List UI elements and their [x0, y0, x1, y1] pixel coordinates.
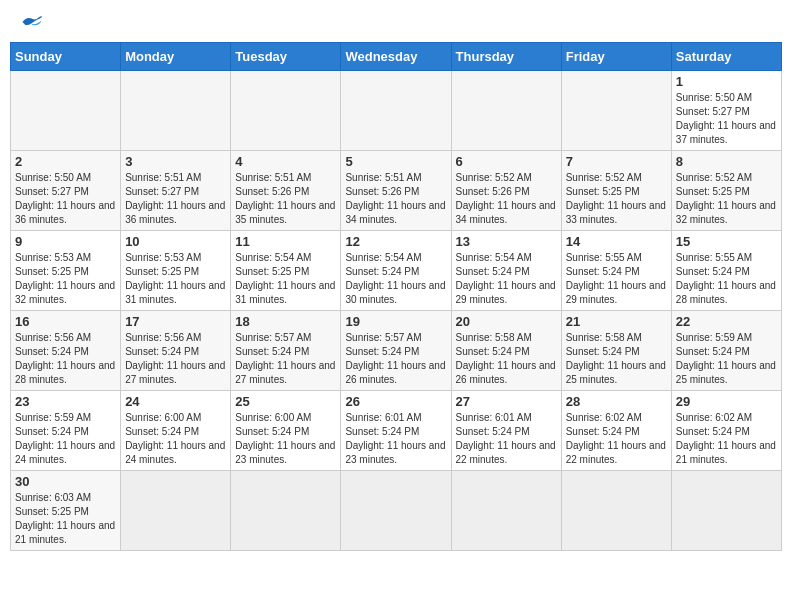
calendar-cell: 21Sunrise: 5:58 AMSunset: 5:24 PMDayligh… [561, 311, 671, 391]
day-number: 22 [676, 314, 777, 329]
day-info: Sunrise: 6:02 AMSunset: 5:24 PMDaylight:… [676, 411, 777, 467]
calendar-cell: 25Sunrise: 6:00 AMSunset: 5:24 PMDayligh… [231, 391, 341, 471]
day-number: 4 [235, 154, 336, 169]
calendar-cell: 8Sunrise: 5:52 AMSunset: 5:25 PMDaylight… [671, 151, 781, 231]
weekday-header-saturday: Saturday [671, 43, 781, 71]
day-info: Sunrise: 6:00 AMSunset: 5:24 PMDaylight:… [235, 411, 336, 467]
day-info: Sunrise: 5:58 AMSunset: 5:24 PMDaylight:… [566, 331, 667, 387]
day-info: Sunrise: 6:03 AMSunset: 5:25 PMDaylight:… [15, 491, 116, 547]
weekday-header-sunday: Sunday [11, 43, 121, 71]
weekday-header-wednesday: Wednesday [341, 43, 451, 71]
day-info: Sunrise: 6:01 AMSunset: 5:24 PMDaylight:… [456, 411, 557, 467]
day-info: Sunrise: 5:54 AMSunset: 5:25 PMDaylight:… [235, 251, 336, 307]
weekday-header-tuesday: Tuesday [231, 43, 341, 71]
day-info: Sunrise: 5:50 AMSunset: 5:27 PMDaylight:… [676, 91, 777, 147]
day-info: Sunrise: 5:54 AMSunset: 5:24 PMDaylight:… [345, 251, 446, 307]
calendar-cell: 30Sunrise: 6:03 AMSunset: 5:25 PMDayligh… [11, 471, 121, 551]
calendar-cell: 28Sunrise: 6:02 AMSunset: 5:24 PMDayligh… [561, 391, 671, 471]
day-number: 16 [15, 314, 116, 329]
calendar-cell: 12Sunrise: 5:54 AMSunset: 5:24 PMDayligh… [341, 231, 451, 311]
day-info: Sunrise: 5:51 AMSunset: 5:27 PMDaylight:… [125, 171, 226, 227]
day-info: Sunrise: 6:00 AMSunset: 5:24 PMDaylight:… [125, 411, 226, 467]
calendar-cell: 23Sunrise: 5:59 AMSunset: 5:24 PMDayligh… [11, 391, 121, 471]
day-number: 2 [15, 154, 116, 169]
day-number: 15 [676, 234, 777, 249]
calendar-week-row: 9Sunrise: 5:53 AMSunset: 5:25 PMDaylight… [11, 231, 782, 311]
weekday-header-friday: Friday [561, 43, 671, 71]
calendar-cell [121, 471, 231, 551]
day-number: 18 [235, 314, 336, 329]
calendar-cell: 1Sunrise: 5:50 AMSunset: 5:27 PMDaylight… [671, 71, 781, 151]
weekday-header-thursday: Thursday [451, 43, 561, 71]
day-info: Sunrise: 5:52 AMSunset: 5:25 PMDaylight:… [676, 171, 777, 227]
calendar-cell: 20Sunrise: 5:58 AMSunset: 5:24 PMDayligh… [451, 311, 561, 391]
weekday-header-monday: Monday [121, 43, 231, 71]
day-info: Sunrise: 5:52 AMSunset: 5:26 PMDaylight:… [456, 171, 557, 227]
day-number: 17 [125, 314, 226, 329]
calendar-cell: 7Sunrise: 5:52 AMSunset: 5:25 PMDaylight… [561, 151, 671, 231]
day-number: 3 [125, 154, 226, 169]
day-info: Sunrise: 5:59 AMSunset: 5:24 PMDaylight:… [15, 411, 116, 467]
calendar-week-row: 2Sunrise: 5:50 AMSunset: 5:27 PMDaylight… [11, 151, 782, 231]
day-number: 13 [456, 234, 557, 249]
calendar-cell: 24Sunrise: 6:00 AMSunset: 5:24 PMDayligh… [121, 391, 231, 471]
calendar-week-row: 16Sunrise: 5:56 AMSunset: 5:24 PMDayligh… [11, 311, 782, 391]
day-info: Sunrise: 5:55 AMSunset: 5:24 PMDaylight:… [566, 251, 667, 307]
calendar-cell: 22Sunrise: 5:59 AMSunset: 5:24 PMDayligh… [671, 311, 781, 391]
calendar-week-row: 23Sunrise: 5:59 AMSunset: 5:24 PMDayligh… [11, 391, 782, 471]
day-info: Sunrise: 5:57 AMSunset: 5:24 PMDaylight:… [235, 331, 336, 387]
calendar-cell: 29Sunrise: 6:02 AMSunset: 5:24 PMDayligh… [671, 391, 781, 471]
calendar-cell [561, 71, 671, 151]
day-info: Sunrise: 5:52 AMSunset: 5:25 PMDaylight:… [566, 171, 667, 227]
calendar-cell: 2Sunrise: 5:50 AMSunset: 5:27 PMDaylight… [11, 151, 121, 231]
day-info: Sunrise: 6:01 AMSunset: 5:24 PMDaylight:… [345, 411, 446, 467]
day-number: 21 [566, 314, 667, 329]
calendar-cell: 18Sunrise: 5:57 AMSunset: 5:24 PMDayligh… [231, 311, 341, 391]
day-number: 28 [566, 394, 667, 409]
day-info: Sunrise: 5:56 AMSunset: 5:24 PMDaylight:… [125, 331, 226, 387]
logo-bird-icon [21, 14, 43, 30]
calendar-week-row: 1Sunrise: 5:50 AMSunset: 5:27 PMDaylight… [11, 71, 782, 151]
day-number: 26 [345, 394, 446, 409]
calendar-cell: 16Sunrise: 5:56 AMSunset: 5:24 PMDayligh… [11, 311, 121, 391]
day-number: 19 [345, 314, 446, 329]
day-number: 6 [456, 154, 557, 169]
day-info: Sunrise: 5:51 AMSunset: 5:26 PMDaylight:… [345, 171, 446, 227]
calendar-cell [231, 71, 341, 151]
calendar-cell: 5Sunrise: 5:51 AMSunset: 5:26 PMDaylight… [341, 151, 451, 231]
calendar-cell: 11Sunrise: 5:54 AMSunset: 5:25 PMDayligh… [231, 231, 341, 311]
day-info: Sunrise: 5:58 AMSunset: 5:24 PMDaylight:… [456, 331, 557, 387]
calendar-cell [341, 471, 451, 551]
calendar-cell: 17Sunrise: 5:56 AMSunset: 5:24 PMDayligh… [121, 311, 231, 391]
day-number: 27 [456, 394, 557, 409]
calendar-cell: 19Sunrise: 5:57 AMSunset: 5:24 PMDayligh… [341, 311, 451, 391]
calendar-cell [231, 471, 341, 551]
calendar-cell: 14Sunrise: 5:55 AMSunset: 5:24 PMDayligh… [561, 231, 671, 311]
day-info: Sunrise: 5:51 AMSunset: 5:26 PMDaylight:… [235, 171, 336, 227]
calendar-cell: 6Sunrise: 5:52 AMSunset: 5:26 PMDaylight… [451, 151, 561, 231]
calendar-cell: 9Sunrise: 5:53 AMSunset: 5:25 PMDaylight… [11, 231, 121, 311]
day-number: 9 [15, 234, 116, 249]
day-info: Sunrise: 5:53 AMSunset: 5:25 PMDaylight:… [15, 251, 116, 307]
calendar-week-row: 30Sunrise: 6:03 AMSunset: 5:25 PMDayligh… [11, 471, 782, 551]
day-number: 7 [566, 154, 667, 169]
day-number: 14 [566, 234, 667, 249]
day-info: Sunrise: 5:54 AMSunset: 5:24 PMDaylight:… [456, 251, 557, 307]
calendar-cell [11, 71, 121, 151]
calendar-cell [451, 71, 561, 151]
day-number: 5 [345, 154, 446, 169]
calendar-cell: 4Sunrise: 5:51 AMSunset: 5:26 PMDaylight… [231, 151, 341, 231]
calendar-cell [341, 71, 451, 151]
calendar-cell: 15Sunrise: 5:55 AMSunset: 5:24 PMDayligh… [671, 231, 781, 311]
calendar-cell: 13Sunrise: 5:54 AMSunset: 5:24 PMDayligh… [451, 231, 561, 311]
day-number: 11 [235, 234, 336, 249]
day-info: Sunrise: 5:57 AMSunset: 5:24 PMDaylight:… [345, 331, 446, 387]
day-number: 20 [456, 314, 557, 329]
calendar-cell [451, 471, 561, 551]
day-number: 25 [235, 394, 336, 409]
calendar-cell [121, 71, 231, 151]
day-info: Sunrise: 5:55 AMSunset: 5:24 PMDaylight:… [676, 251, 777, 307]
calendar-table: SundayMondayTuesdayWednesdayThursdayFrid… [10, 42, 782, 551]
day-info: Sunrise: 6:02 AMSunset: 5:24 PMDaylight:… [566, 411, 667, 467]
calendar-header-row: SundayMondayTuesdayWednesdayThursdayFrid… [11, 43, 782, 71]
